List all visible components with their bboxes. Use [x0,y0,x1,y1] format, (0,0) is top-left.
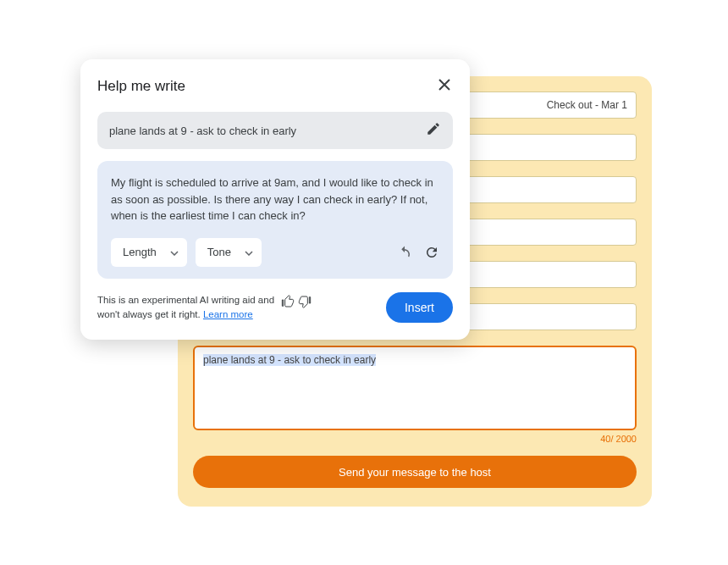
learn-more-link[interactable]: Learn more [203,309,253,319]
chevron-down-icon [170,246,179,258]
dialog-title: Help me write [97,78,185,95]
dialog-header: Help me write [97,76,453,97]
send-message-button[interactable]: Send your message to the host [193,456,637,488]
generated-text: My flight is scheduled to arrive at 9am,… [111,174,439,224]
prompt-text: plane lands at 9 - ask to check in early [109,125,296,137]
thumbs-up-icon[interactable] [281,295,295,308]
insert-button[interactable]: Insert [386,292,453,323]
checkout-date-value: Check out - Mar 1 [547,99,627,111]
disclaimer-line2: won't always get it right. [97,309,203,319]
dialog-footer: This is an experimental AI writing aid a… [97,292,453,323]
tone-label: Tone [207,246,231,258]
result-controls: Length Tone [111,238,439,267]
tone-dropdown[interactable]: Tone [196,238,262,267]
help-me-write-dialog: Help me write plane lands at 9 - ask to … [80,59,470,340]
length-label: Length [123,246,157,258]
prompt-input-row: plane lands at 9 - ask to check in early [97,112,453,149]
disclaimer-text: This is an experimental AI writing aid a… [97,293,274,320]
character-counter: 40/ 2000 [193,434,637,444]
undo-icon[interactable] [397,245,412,260]
close-icon[interactable] [436,76,453,97]
message-text-highlight: plane lands at 9 - ask to check in early [203,354,376,366]
refresh-icon[interactable] [424,245,439,260]
disclaimer-line1: This is an experimental AI writing aid a… [97,295,274,305]
pencil-icon[interactable] [426,121,441,140]
chevron-down-icon [245,246,253,258]
length-dropdown[interactable]: Length [111,238,187,267]
ai-result-box: My flight is scheduled to arrive at 9am,… [97,161,453,279]
thumbs-down-icon[interactable] [298,295,312,308]
message-textarea[interactable]: plane lands at 9 - ask to check in early [193,346,637,430]
